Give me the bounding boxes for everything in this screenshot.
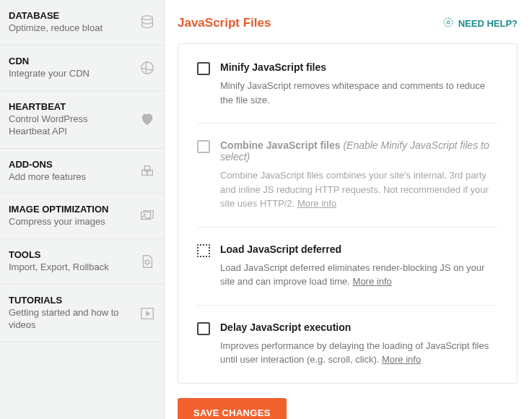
sidebar-item-cdn[interactable]: CDN Integrate your CDN xyxy=(0,46,164,91)
sidebar-item-title: CDN xyxy=(9,56,131,66)
database-icon xyxy=(139,14,155,30)
svg-point-0 xyxy=(142,16,153,20)
option-minify: Minify JavaScript files Minify JavaScrip… xyxy=(197,61,498,124)
sidebar-item-title: HEARTBEAT xyxy=(9,101,131,112)
help-icon xyxy=(442,17,454,30)
sidebar-item-title: DATABASE xyxy=(9,10,131,21)
option-desc: Minify JavaScript removes whitespace and… xyxy=(220,79,498,107)
sidebar-item-addons[interactable]: ADD-ONS Add more features xyxy=(0,149,164,194)
sidebar-item-subtitle: Compress your images xyxy=(9,216,131,228)
more-info-link[interactable]: More info xyxy=(297,198,336,209)
sidebar: DATABASE Optimize, reduce bloat CDN Inte… xyxy=(0,0,165,419)
more-info-link[interactable]: More info xyxy=(353,276,392,287)
sidebar-item-subtitle: Optimize, reduce bloat xyxy=(9,22,131,35)
main-panel: JavaScript Files NEED HELP? Minify JavaS… xyxy=(165,0,532,419)
sidebar-item-title: ADD-ONS xyxy=(9,159,131,170)
svg-point-1 xyxy=(141,62,154,74)
checkbox-deferred[interactable] xyxy=(197,244,210,257)
option-combine: Combine JavaScript files (Enable Minify … xyxy=(197,139,498,228)
sidebar-item-image-optimization[interactable]: IMAGE OPTIMIZATION Compress your images xyxy=(0,194,164,239)
globe-icon xyxy=(139,60,155,76)
option-desc: Load JavaScript deferred eliminates rend… xyxy=(220,261,498,289)
svg-point-6 xyxy=(144,214,146,216)
gear-file-icon xyxy=(139,254,155,269)
option-deferred: Load JavaScript deferred Load JavaScript… xyxy=(197,243,498,306)
sidebar-item-subtitle: Integrate your CDN xyxy=(9,68,131,80)
sidebar-item-title: TUTORIALS xyxy=(9,295,131,306)
sidebar-item-subtitle: Add more features xyxy=(9,171,131,183)
options-card: Minify JavaScript files Minify JavaScrip… xyxy=(178,43,518,384)
play-icon xyxy=(139,306,155,321)
checkbox-delay[interactable] xyxy=(197,322,210,335)
main-header: JavaScript Files NEED HELP? xyxy=(178,16,518,30)
page-title: JavaScript Files xyxy=(178,16,271,30)
option-title: Delay JavaScript execution xyxy=(220,321,498,333)
heartbeat-icon xyxy=(139,111,155,127)
sidebar-item-database[interactable]: DATABASE Optimize, reduce bloat xyxy=(0,0,164,46)
svg-point-9 xyxy=(444,18,453,27)
option-desc: Improves performance by delaying the loa… xyxy=(220,339,498,367)
save-changes-button[interactable]: SAVE CHANGES xyxy=(178,398,287,420)
svg-point-10 xyxy=(447,21,450,24)
help-link[interactable]: NEED HELP? xyxy=(442,17,518,30)
more-info-link[interactable]: More info xyxy=(382,354,421,365)
option-desc: Combine JavaScript files combines your s… xyxy=(220,168,498,211)
images-icon xyxy=(139,208,155,224)
blocks-icon xyxy=(139,163,155,179)
sidebar-item-tools[interactable]: TOOLS Import, Export, Rollback xyxy=(0,239,164,285)
help-label: NEED HELP? xyxy=(458,18,518,29)
sidebar-item-title: TOOLS xyxy=(9,249,131,260)
sidebar-item-tutorials[interactable]: TUTORIALS Getting started and how to vid… xyxy=(0,285,164,342)
checkbox-combine xyxy=(197,140,210,153)
sidebar-item-subtitle: Control WordPress Heartbeat API xyxy=(9,113,131,138)
sidebar-item-title: IMAGE OPTIMIZATION xyxy=(9,204,131,215)
checkbox-minify[interactable] xyxy=(197,62,210,75)
option-title: Minify JavaScript files xyxy=(220,61,498,73)
option-title: Load JavaScript deferred xyxy=(220,243,498,255)
option-title: Combine JavaScript files (Enable Minify … xyxy=(220,139,498,163)
option-delay: Delay JavaScript execution Improves perf… xyxy=(197,321,498,370)
sidebar-item-heartbeat[interactable]: HEARTBEAT Control WordPress Heartbeat AP… xyxy=(0,91,164,149)
sidebar-item-subtitle: Getting started and how to videos xyxy=(9,307,131,332)
sidebar-item-subtitle: Import, Export, Rollback xyxy=(9,262,131,274)
